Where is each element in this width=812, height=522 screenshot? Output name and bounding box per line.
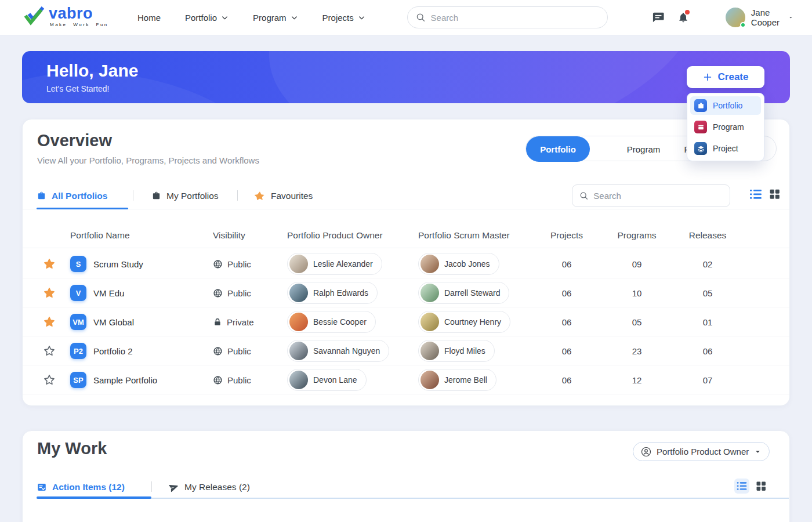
segment-label: Portfolio [540, 144, 576, 154]
avatar [289, 284, 308, 302]
row-actions-menu[interactable] [757, 278, 771, 307]
star-icon [43, 258, 56, 270]
row-actions-menu[interactable] [757, 336, 771, 365]
product-owner-chip[interactable]: Savannah Nguyen [287, 340, 389, 362]
scrum-master-name: Darrell Steward [444, 288, 500, 298]
tab-separator [133, 190, 133, 201]
avatar [420, 342, 439, 360]
messages-button[interactable] [652, 12, 665, 23]
favourite-star-button[interactable] [43, 249, 56, 278]
grid-view-button[interactable] [755, 480, 767, 492]
portfolio-name[interactable]: Portfolio 2 [93, 336, 133, 365]
create-button[interactable]: Create [687, 66, 764, 88]
row-actions-menu[interactable] [757, 365, 771, 394]
table-row: SP Sample Portfolio Public Devon Lane Je… [23, 365, 789, 394]
create-menu-item-portfolio[interactable]: Portfolio [690, 96, 761, 115]
nav-item-label: Program [253, 13, 287, 23]
brand-name: vabro [49, 5, 108, 22]
nav-item-portfolio[interactable]: Portfolio [185, 13, 229, 23]
online-status-dot [740, 22, 746, 28]
product-owner-chip[interactable]: Devon Lane [287, 369, 367, 391]
avatar [289, 255, 308, 273]
portfolio-name[interactable]: VM Global [93, 307, 134, 336]
visibility-label: Public [227, 375, 251, 385]
project-icon [694, 142, 707, 155]
user-name: Jane Cooper [751, 8, 782, 27]
scrum-master-chip[interactable]: Jacob Jones [418, 253, 499, 275]
tab-my-releases[interactable]: My Releases (2) [169, 476, 250, 498]
chevron-down-icon [754, 448, 762, 455]
star-icon [254, 190, 266, 202]
active-tab-underline [37, 208, 128, 209]
tab-my-portfolios[interactable]: My Portfolios [151, 182, 219, 209]
product-owner-name: Leslie Alexander [313, 259, 373, 269]
notification-dot [685, 10, 690, 14]
list-view-icon [749, 187, 763, 201]
tab-label: My Releases (2) [184, 482, 250, 492]
nav-item-projects[interactable]: Projects [322, 13, 365, 23]
grid-view-button[interactable] [768, 188, 781, 200]
favourite-star-button[interactable] [43, 307, 56, 336]
row-actions-menu[interactable] [757, 307, 771, 336]
product-owner-chip[interactable]: Ralph Edwards [287, 282, 378, 304]
visibility-cell: Public [213, 278, 251, 307]
favourite-star-button[interactable] [43, 365, 56, 394]
create-menu-item-project[interactable]: Project [690, 139, 761, 158]
person-icon [641, 447, 651, 457]
nav-item-label: Home [137, 13, 161, 23]
scrum-master-chip[interactable]: Jerome Bell [418, 369, 496, 391]
list-view-button[interactable] [749, 187, 763, 201]
scrum-master-chip[interactable]: Darrell Steward [418, 282, 509, 304]
list-view-button[interactable] [734, 478, 749, 494]
product-owner-chip[interactable]: Leslie Alexander [287, 253, 382, 275]
projects-count: 06 [549, 307, 584, 336]
visibility-cell: Public [213, 336, 251, 365]
product-owner-name: Ralph Edwards [313, 288, 368, 298]
tab-all-portfolios[interactable]: All Portfolios [37, 182, 107, 209]
chevron-down-icon [358, 14, 365, 21]
avatar [420, 255, 439, 273]
tab-favourites[interactable]: Favourites [254, 182, 313, 209]
portfolio-name[interactable]: Scrum Study [93, 249, 143, 278]
role-filter-dropdown[interactable]: Portfolio Product Owner [633, 442, 770, 461]
row-actions-menu[interactable] [757, 249, 771, 278]
portfolio-search-input[interactable] [593, 191, 723, 201]
favourite-star-button[interactable] [43, 278, 56, 307]
portfolio-name[interactable]: Sample Portfolio [93, 365, 157, 394]
plus-icon [703, 72, 712, 82]
role-filter-label: Portfolio Product Owner [657, 447, 749, 456]
user-menu[interactable]: Jane Cooper [726, 8, 793, 27]
global-search-input[interactable] [431, 13, 599, 23]
send-icon [168, 481, 181, 494]
avatar [289, 371, 308, 389]
tab-action-items[interactable]: Action Items (12) [37, 476, 125, 498]
top-navbar: vabro Make Work Fun Home Portfolio Progr… [0, 0, 812, 35]
product-owner-chip[interactable]: Bessie Cooper [287, 311, 376, 333]
segment-portfolio[interactable]: Portfolio [526, 136, 590, 162]
projects-count: 06 [549, 278, 584, 307]
col-product-owner: Portfolio Product Owner [287, 230, 383, 241]
col-projects: Projects [550, 230, 583, 241]
chat-icon [652, 12, 665, 23]
create-menu-item-program[interactable]: Program [690, 118, 761, 136]
visibility-label: Private [227, 317, 254, 327]
globe-icon [213, 375, 223, 385]
portfolio-badge: SP [70, 372, 86, 388]
list-view-icon [736, 480, 748, 492]
scrum-master-chip[interactable]: Courtney Henry [418, 311, 510, 333]
portfolio-search [572, 184, 730, 207]
scrum-master-chip[interactable]: Floyd Miles [418, 340, 495, 362]
notifications-button[interactable] [677, 11, 689, 24]
vabro-logo[interactable]: vabro Make Work Fun [23, 5, 108, 28]
releases-count: 06 [690, 336, 725, 365]
tab-label: Action Items (12) [52, 482, 125, 492]
table-row: V VM Edu Public Ralph Edwards Darrell St… [23, 278, 789, 307]
portfolio-name[interactable]: VM Edu [93, 278, 124, 307]
grid-view-icon [768, 188, 781, 200]
briefcase-icon [37, 191, 46, 201]
favourite-star-button[interactable] [43, 336, 56, 365]
nav-item-program[interactable]: Program [253, 13, 298, 23]
avatar [289, 342, 308, 360]
nav-item-home[interactable]: Home [137, 13, 161, 23]
programs-count: 05 [619, 307, 654, 336]
